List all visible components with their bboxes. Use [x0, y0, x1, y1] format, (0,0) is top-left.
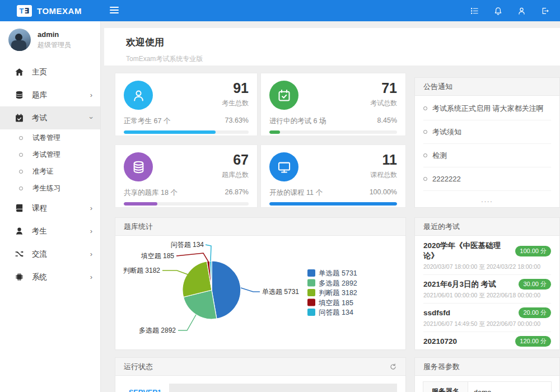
- pie-label-line: [176, 253, 208, 262]
- logout-button[interactable]: [540, 6, 550, 16]
- sidebar-item-communication[interactable]: 交流 ›: [0, 242, 100, 265]
- legend-swatch[interactable]: [307, 269, 315, 277]
- pie-label: 问答题 134: [171, 241, 204, 249]
- legend-label[interactable]: 多选题 2892: [319, 279, 357, 287]
- server-params-header: 服务器参数: [415, 358, 559, 376]
- database-circle-icon: [124, 152, 153, 181]
- hamburger-icon: [110, 6, 119, 14]
- pie-slice-1[interactable]: [212, 261, 241, 319]
- pie-label-line: [162, 270, 188, 274]
- score-badge: 30.00 分: [519, 279, 551, 290]
- circle-icon: [19, 136, 23, 140]
- stat-label: 考生总数: [222, 99, 249, 108]
- legend-swatch[interactable]: [307, 289, 315, 296]
- legend-label[interactable]: 填空题 185: [318, 299, 353, 307]
- notices-header: 公告通知: [415, 78, 559, 96]
- stat-value: 67: [222, 152, 249, 168]
- sidebar-item-admission-ticket[interactable]: 准考证: [0, 163, 100, 180]
- stat-value: 91: [222, 81, 249, 96]
- stat-label: 考试总数: [370, 99, 397, 108]
- microchip-icon: [15, 272, 24, 282]
- circle-icon: [19, 170, 23, 174]
- user-circle-icon: [124, 81, 153, 110]
- stat-card-students[interactable]: 91 考生总数 正常考生 67 个 73.63%: [115, 73, 258, 136]
- progress-bar: [269, 202, 397, 206]
- sidebar-item-paper-management[interactable]: 试卷管理: [0, 129, 100, 146]
- recent-exam-item[interactable]: 2021年6月3日的 考试30.00 分 2021/06/01 00:00:00…: [423, 275, 551, 304]
- desktop-circle-icon: [269, 152, 298, 181]
- sidebar-item-home[interactable]: 主页: [0, 60, 100, 83]
- chevron-right-icon: ›: [90, 227, 92, 235]
- pie-label-line: [241, 288, 260, 292]
- exam-submenu: 试卷管理 考试管理 准考证 考生练习: [0, 129, 100, 197]
- stat-sub: 进行中的考试 6 场: [269, 116, 326, 126]
- legend-swatch[interactable]: [307, 309, 315, 316]
- notice-item[interactable]: 考试系统正式启用 请大家都关注啊: [423, 97, 551, 120]
- stat-percent: 8.45%: [377, 116, 397, 126]
- circle-icon: [423, 153, 427, 157]
- score-badge: 120.00 分: [515, 336, 551, 347]
- server-params-panel: 服务器参数 服务器名称 demo-pro.tomexam.com: [414, 357, 560, 392]
- book-icon: [15, 203, 24, 213]
- stat-card-courses[interactable]: 11 课程总数 开放的课程 11 个 100.00%: [260, 144, 406, 208]
- sidebar-toggle-button[interactable]: [108, 4, 121, 18]
- notices-panel: 公告通知 考试系统正式启用 请大家都关注啊 考试须知 检测 2222222 ..…: [414, 77, 560, 208]
- stat-label: 课程总数: [370, 170, 397, 180]
- pie-chart: 单选题 5731单选题 5731多选题 2892多选题 2892判断题 3182…: [115, 236, 405, 349]
- sidebar-item-exam[interactable]: 考试 ›: [0, 106, 100, 129]
- user-outline-icon: [15, 226, 24, 236]
- exam-date-range: 2021/06/07 14:49:50 至 2022/06/07 00:00:0…: [423, 320, 551, 328]
- sidebar-item-student-practice[interactable]: 考生练习: [0, 180, 100, 197]
- brand[interactable]: T∃ TOMEXAM: [0, 5, 101, 17]
- running-status-panel: 运行状态 SERVER1: [115, 357, 406, 392]
- pie-label: 多选题 2892: [139, 326, 176, 334]
- shuffle-icon: [15, 249, 24, 259]
- refresh-button[interactable]: [389, 363, 397, 371]
- user-icon: [517, 6, 526, 16]
- sidebar-item-students[interactable]: 考生 ›: [0, 220, 100, 242]
- server-name-label: 服务器名称: [423, 382, 468, 392]
- stat-sub: 正常考生 67 个: [124, 116, 170, 126]
- notice-item[interactable]: 2222222: [423, 167, 551, 191]
- legend-swatch[interactable]: [307, 279, 315, 287]
- legend-label[interactable]: 判断题 3182: [319, 289, 357, 297]
- list-icon: [470, 6, 479, 16]
- recent-exam-item[interactable]: 20210720120.00 分 2021/07/20 18:36:10 至 2…: [423, 332, 551, 350]
- notifications-button[interactable]: [493, 6, 503, 16]
- stat-label: 题库总数: [222, 170, 249, 180]
- stat-card-question-banks[interactable]: 67 题库总数 共享的题库 18 个 26.87%: [115, 144, 258, 208]
- circle-icon: [19, 186, 23, 190]
- progress-bar: [124, 202, 249, 206]
- recent-exams-header: 最近的考试: [415, 218, 559, 236]
- log-list-button[interactable]: [470, 6, 479, 16]
- stat-card-exams[interactable]: 71 考试总数 进行中的考试 6 场 8.45%: [260, 73, 406, 136]
- profile-button[interactable]: [517, 6, 526, 16]
- progress-bar: [269, 130, 397, 134]
- sidebar-item-exam-management[interactable]: 考试管理: [0, 146, 100, 163]
- notice-item[interactable]: 考试须知: [423, 120, 551, 144]
- chevron-right-icon: ›: [90, 204, 92, 212]
- sidebar-item-system[interactable]: 系统 ›: [0, 265, 100, 288]
- topbar-actions: [470, 6, 550, 16]
- recent-exam-item[interactable]: ssdfsfd20.00 分 2021/06/07 14:49:50 至 202…: [423, 304, 551, 332]
- sidebar-item-question-bank[interactable]: 题库 ›: [0, 83, 100, 106]
- brand-text: TOMEXAM: [37, 6, 82, 16]
- user-box[interactable]: admin 超级管理员: [0, 21, 100, 58]
- circle-icon: [423, 130, 427, 134]
- server-tab[interactable]: SERVER1: [129, 384, 161, 392]
- pie-label: 判断题 3182: [123, 267, 160, 274]
- notice-item[interactable]: 检测: [423, 144, 551, 167]
- circle-icon: [19, 153, 23, 157]
- recent-exam-item[interactable]: 2020学年《中医基础理论》100.00 分 2020/03/07 18:00:…: [423, 237, 551, 275]
- sidebar-item-course[interactable]: 课程 ›: [0, 197, 100, 220]
- home-icon: [15, 67, 24, 77]
- calendar-check-circle-icon: [269, 81, 298, 110]
- stat-percent: 73.63%: [225, 116, 249, 126]
- bell-icon: [493, 6, 503, 16]
- notices-more[interactable]: ....: [423, 196, 551, 204]
- stat-percent: 100.00%: [370, 188, 397, 198]
- legend-swatch[interactable]: [307, 299, 315, 306]
- legend-label[interactable]: 单选题 5731: [319, 269, 357, 277]
- recent-exams-panel: 最近的考试 2020学年《中医基础理论》100.00 分 2020/03/07 …: [414, 217, 560, 350]
- legend-label[interactable]: 问答题 134: [319, 309, 353, 316]
